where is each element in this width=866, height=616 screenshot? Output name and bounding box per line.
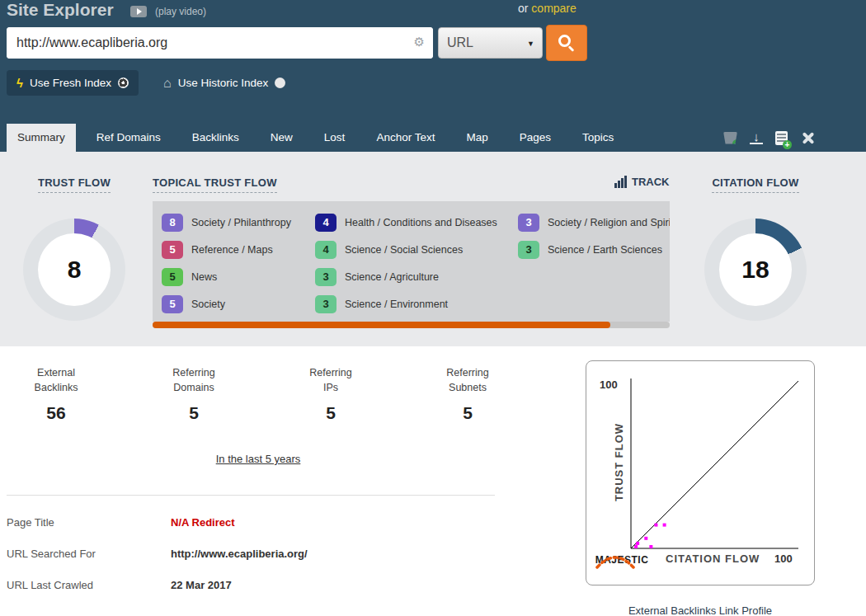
citation-flow-value: 18: [719, 233, 792, 306]
link-profile-chart-card: 100 TRUST FLOW CITATION FLOW 100 MAJESTI…: [586, 360, 815, 585]
topic-score-badge: 5: [162, 295, 183, 313]
trust-flow-value: 8: [38, 233, 111, 306]
chevron-down-icon: ▼: [527, 29, 534, 59]
detail-label: Page Title: [7, 516, 171, 529]
stat-value: 56: [0, 403, 112, 423]
page-title: Site Explorer: [7, 0, 114, 20]
detail-row-url-last-crawled: URL Last Crawled22 Mar 2017: [7, 579, 308, 595]
fresh-index-label: Use Fresh Index: [30, 77, 111, 89]
search-box: ⚙: [7, 27, 433, 59]
trust-flow-gauge: 8: [23, 219, 125, 321]
topic-score-badge: 5: [162, 268, 183, 286]
majestic-logo-arc: [593, 554, 638, 569]
trust-flow-label: TRUST FLOW: [16, 176, 132, 189]
topic-label: Society: [191, 299, 225, 310]
topic-item-society-religion-and-spiritu[interactable]: 3Society / Religion and Spiritu: [518, 214, 670, 232]
stat-label: ReferringDomains: [138, 365, 250, 395]
topic-label: Society / Religion and Spiritu: [548, 217, 670, 228]
header: Site Explorer (play video) or compare ⚙ …: [0, 0, 866, 152]
detail-label: URL Searched For: [7, 548, 171, 560]
x-axis-max-label: 100: [774, 553, 793, 565]
tools-icon[interactable]: [800, 130, 815, 145]
fresh-index-toggle[interactable]: ϟ Use Fresh Index: [7, 70, 139, 96]
topic-item-science-earth-sciences[interactable]: 3Science / Earth Sciences: [518, 241, 670, 259]
create-report-icon[interactable]: [775, 131, 788, 145]
search-button[interactable]: [546, 25, 587, 61]
topic-item-news[interactable]: 5News: [162, 268, 315, 286]
historic-index-radio[interactable]: [275, 78, 285, 88]
y-axis-max-label: 100: [600, 379, 618, 391]
fresh-index-radio[interactable]: [118, 78, 129, 88]
tab-map[interactable]: Map: [455, 124, 498, 152]
topic-label: Science / Agriculture: [345, 271, 439, 283]
majestic-logo: MAJESTIC: [593, 554, 651, 566]
topic-label: News: [191, 271, 217, 283]
topical-trust-flow-panel: 8Society / Philanthropy5Reference / Maps…: [153, 201, 670, 322]
download-icon[interactable]: ↓: [750, 131, 763, 144]
topic-label: Health / Conditions and Diseases: [345, 217, 497, 228]
x-axis-label: CITATION FLOW: [666, 553, 760, 565]
tab-lost[interactable]: Lost: [313, 124, 356, 152]
search-input[interactable]: [7, 27, 433, 59]
topic-label: Society / Philanthropy: [191, 217, 291, 228]
play-video-link[interactable]: (play video): [155, 6, 206, 17]
compare-link[interactable]: compare: [531, 2, 576, 15]
tab-anchor-text[interactable]: Anchor Text: [365, 124, 445, 152]
topic-item-science-social-sciences[interactable]: 4Science / Social Sciences: [315, 241, 518, 259]
tab-pages[interactable]: Pages: [509, 124, 562, 152]
summary-section: ExternalBacklinks56ReferringDomains5Refe…: [0, 346, 866, 616]
topic-label: Science / Environment: [345, 299, 448, 310]
period-link[interactable]: In the last 5 years: [176, 453, 341, 465]
scatter-point: [654, 524, 657, 527]
detail-row-page-title: Page TitleN/A Redirect: [7, 516, 308, 533]
historic-index-toggle[interactable]: ⌂ Use Historic Index: [153, 70, 295, 96]
topical-scrollbar-thumb[interactable]: [153, 322, 610, 328]
search-type-select[interactable]: URL ▼: [438, 27, 543, 59]
bar-chart-icon: [614, 176, 627, 188]
topic-item-science-agriculture[interactable]: 3Science / Agriculture: [315, 268, 518, 286]
stat-label: ExternalBacklinks: [0, 365, 112, 395]
topic-item-science-environment[interactable]: 3Science / Environment: [315, 295, 518, 313]
scatter-point: [634, 545, 638, 548]
play-video-icon[interactable]: [130, 6, 147, 17]
building-icon: ⌂: [163, 76, 172, 91]
scatter-point: [649, 545, 652, 548]
toolbar-icons: ↓: [723, 130, 815, 145]
search-type-value: URL: [447, 35, 473, 49]
topic-label: Reference / Maps: [191, 244, 273, 256]
topic-score-badge: 5: [162, 241, 183, 259]
topic-item-society[interactable]: 5Society: [162, 295, 315, 313]
track-button[interactable]: TRACK: [614, 176, 670, 188]
topic-score-badge: 3: [315, 268, 337, 286]
stat-value: 5: [412, 403, 524, 423]
citation-flow-gauge: 18: [704, 219, 807, 321]
topic-score-badge: 3: [315, 295, 337, 313]
tab-topics[interactable]: Topics: [572, 124, 624, 152]
topic-score-badge: 4: [315, 214, 337, 232]
topic-score-badge: 4: [315, 241, 337, 259]
site-explorer-page: Site Explorer (play video) or compare ⚙ …: [0, 0, 866, 616]
scatter-point: [644, 537, 647, 540]
topic-score-badge: 3: [518, 241, 539, 259]
stat-referring-ips: ReferringIPs5: [275, 365, 387, 423]
gear-icon[interactable]: ⚙: [414, 35, 425, 49]
scatter-point: [663, 524, 666, 527]
topic-item-health-conditions-and-diseases[interactable]: 4Health / Conditions and Diseases: [315, 214, 518, 232]
historic-index-label: Use Historic Index: [178, 77, 269, 89]
tab-bar: SummaryRef DomainsBacklinksNewLostAnchor…: [0, 124, 866, 152]
chart-caption: External Backlinks Link Profile: [586, 604, 815, 616]
topic-label: Science / Social Sciences: [345, 244, 463, 256]
flow-metrics-section: TRUST FLOW TOPICAL TRUST FLOW TRACK CITA…: [0, 152, 866, 346]
topic-item-reference-maps[interactable]: 5Reference / Maps: [162, 241, 315, 259]
stat-value: 5: [138, 403, 250, 423]
topical-scrollbar-track[interactable]: [153, 322, 670, 328]
topical-trust-flow-label: TOPICAL TRUST FLOW: [153, 176, 277, 189]
tab-summary[interactable]: Summary: [7, 124, 76, 152]
tab-backlinks[interactable]: Backlinks: [181, 124, 250, 152]
stat-value: 5: [275, 403, 387, 423]
tab-new[interactable]: New: [260, 124, 304, 152]
topic-label: Science / Earth Sciences: [548, 244, 662, 256]
tab-ref-domains[interactable]: Ref Domains: [86, 124, 172, 152]
topic-item-society-philanthropy[interactable]: 8Society / Philanthropy: [162, 214, 315, 232]
add-to-bucket-icon[interactable]: [723, 132, 737, 144]
